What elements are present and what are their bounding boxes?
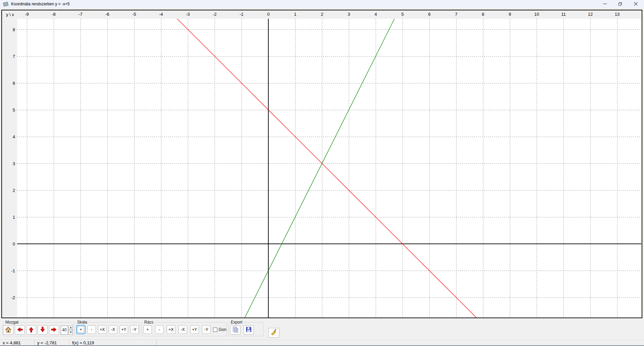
mozgat-arrow-up-button[interactable] (26, 325, 36, 335)
x-axis-label: 8 (482, 12, 484, 17)
y-axis-label: -2 (2, 295, 15, 300)
skala-plus-button[interactable]: + (76, 325, 85, 334)
statusbar: x = 4,881 y = -2,781 f(x) = 0,119 (0, 340, 644, 345)
racs-plusy-button[interactable]: +Y (190, 325, 199, 334)
x-axis-label: 11 (561, 12, 566, 17)
group-racs: Rács +-+X-X+Y-YGon (142, 320, 227, 336)
skala-plusx-button[interactable]: +X (98, 325, 107, 334)
group-mozgat: Mozgat 40 (3, 320, 73, 336)
titlebar: Koordináta rendszerben y = -x+5 (0, 0, 644, 8)
racs-minus-button[interactable]: - (155, 325, 164, 334)
status-fx: f(x) = 0,119 (69, 340, 157, 345)
skala-plusy-button[interactable]: +Y (119, 325, 128, 334)
group-skala-label: Skála (76, 320, 88, 325)
copy-icon (232, 326, 239, 334)
status-x: x = 4,881 (0, 340, 35, 345)
x-axis-label: 1 (294, 12, 296, 17)
arrow-down-icon (39, 326, 46, 334)
y-axis-label: 8 (2, 27, 15, 32)
y-axis-label: 2 (2, 188, 15, 193)
plot-area[interactable] (17, 19, 641, 318)
x-axis-label: -1 (239, 12, 244, 17)
x-axis-label: -6 (105, 12, 109, 17)
group-mozgat-label: Mozgat (4, 320, 19, 325)
mozgat-arrow-left-button[interactable] (15, 325, 25, 335)
mozgat-arrow-right-button[interactable] (49, 325, 59, 335)
x-axis-label: 13 (615, 12, 620, 17)
x-axis-label: 0 (267, 12, 269, 17)
group-racs-label: Rács (143, 320, 154, 325)
x-axis-label: -9 (25, 12, 29, 17)
close-icon (634, 2, 638, 6)
y-axis-label: -1 (2, 268, 15, 273)
x-axis-label: 7 (455, 12, 457, 17)
toolbar: Mozgat 40 Skála +-+X-X+Y-Y Rács +-+X-X+Y… (0, 318, 644, 340)
x-axis-label: 3 (347, 12, 350, 17)
racs-minusx-button[interactable]: -X (178, 325, 187, 334)
racs-plus-button[interactable]: + (143, 325, 152, 334)
x-axis-label: 10 (534, 12, 539, 17)
export-copy-button[interactable] (230, 325, 240, 335)
restore-icon (618, 2, 622, 6)
x-axis-label: -5 (132, 12, 136, 17)
gon-checkbox-label: Gon (219, 327, 226, 332)
arrow-right-icon (51, 326, 57, 334)
window-title: Koordináta rendszerben y = -x+5 (11, 2, 70, 6)
function-line (245, 19, 394, 318)
x-axis-label: 6 (428, 12, 430, 17)
maximize-button[interactable] (612, 0, 628, 8)
group-skala: Skála +-+X-X+Y-Y (74, 320, 140, 336)
minimize-button[interactable] (597, 0, 612, 8)
corner-label: y \ x (6, 12, 14, 17)
arrow-up-icon (28, 326, 35, 334)
mozgat-arrow-down-button[interactable] (38, 325, 48, 335)
x-axis-label: 4 (374, 12, 377, 17)
export-save-button[interactable] (244, 325, 254, 335)
app-icon (3, 1, 9, 7)
triangle-down-icon (70, 332, 72, 333)
skala-minus-button[interactable]: - (87, 325, 96, 334)
group-export: Export (228, 320, 264, 336)
skala-minusy-button[interactable]: -Y (130, 325, 139, 334)
triangle-up-icon (70, 327, 72, 328)
skala-minusx-button[interactable]: -X (109, 325, 117, 334)
x-axis-label: -3 (186, 12, 190, 17)
y-axis-label: 1 (2, 215, 15, 220)
checkbox-box-icon[interactable] (213, 328, 217, 332)
group-export-label: Export (230, 320, 244, 325)
mozgat-home-button[interactable] (3, 325, 13, 335)
racs-plusx-button[interactable]: +X (167, 325, 175, 334)
function-line (177, 19, 476, 318)
step-spinner[interactable]: 40 (61, 326, 73, 335)
arrow-left-icon (16, 326, 23, 334)
x-axis-label: -7 (78, 12, 83, 17)
gon-checkbox[interactable]: Gon (213, 327, 226, 332)
clear-button[interactable] (268, 328, 279, 338)
x-axis-label: 5 (401, 12, 404, 17)
close-button[interactable] (628, 0, 643, 8)
spinner-down-button[interactable] (68, 330, 73, 335)
x-axis-label: -4 (159, 12, 163, 17)
y-axis-label: 3 (2, 161, 15, 166)
x-axis-label: -8 (52, 12, 56, 17)
save-icon (246, 326, 252, 334)
y-axis-label: 5 (2, 108, 15, 113)
racs-minusy-button[interactable]: -Y (202, 325, 211, 334)
broom-icon (270, 329, 278, 337)
minimize-icon (603, 2, 607, 6)
x-axis-label: -2 (213, 12, 217, 17)
x-axis-label: 9 (508, 12, 511, 17)
coordinate-graph[interactable]: y \ x -9-8-7-6-5-4-3-2-10123456789101112… (1, 10, 642, 318)
y-axis-label: 4 (2, 134, 15, 139)
status-y: y = -2,781 (35, 340, 69, 345)
y-axis-label: 7 (2, 54, 15, 59)
x-axis-label: 12 (588, 12, 593, 17)
y-axis-label: 6 (2, 81, 15, 86)
home-icon (5, 326, 12, 334)
window-controls (597, 0, 643, 8)
x-axis-label: 2 (321, 12, 323, 17)
spinner-up-button[interactable] (68, 326, 73, 330)
step-value[interactable]: 40 (61, 326, 68, 335)
plot-canvas[interactable] (17, 19, 641, 318)
y-axis-label: 0 (2, 241, 15, 247)
